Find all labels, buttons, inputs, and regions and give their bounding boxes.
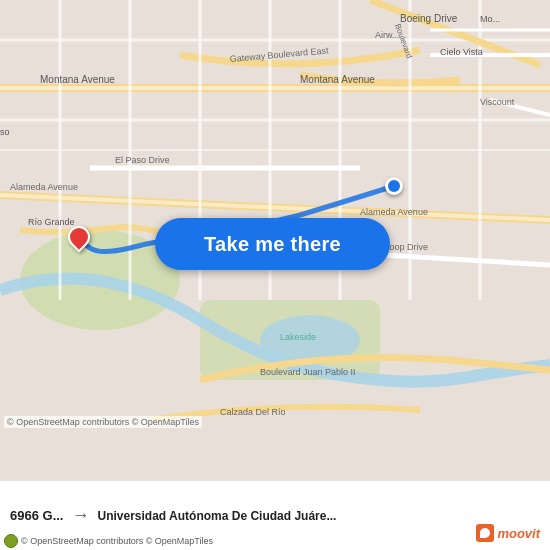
svg-text:El Paso Drive: El Paso Drive (115, 155, 170, 165)
take-me-there-label: Take me there (204, 233, 341, 256)
osm-attribution: © OpenStreetMap contributors © OpenMapTi… (4, 534, 213, 548)
origin-info: 6966 G... (10, 508, 63, 523)
destination-marker (385, 177, 403, 195)
moovit-brand-text: moovit (497, 526, 540, 541)
svg-text:Montana Avenue: Montana Avenue (300, 74, 375, 85)
osm-text: © OpenStreetMap contributors © OpenMapTi… (21, 536, 213, 546)
take-me-there-button[interactable]: Take me there (155, 218, 390, 270)
moovit-logo: moovit (476, 524, 540, 542)
svg-text:so: so (0, 127, 10, 137)
svg-text:Mo...: Mo... (480, 14, 500, 24)
svg-text:Montana Avenue: Montana Avenue (40, 74, 115, 85)
origin-marker (68, 226, 90, 248)
svg-text:Viscount: Viscount (480, 97, 515, 107)
direction-arrow: → (71, 505, 89, 526)
destination-label: Universidad Autónoma De Ciudad Juáre... (97, 509, 540, 523)
destination-info: Universidad Autónoma De Ciudad Juáre... (97, 509, 540, 523)
svg-text:Alameda Avenue: Alameda Avenue (360, 207, 428, 217)
svg-text:Alameda Avenue: Alameda Avenue (10, 182, 78, 192)
svg-text:Boulevard Juan Pablo II: Boulevard Juan Pablo II (260, 367, 356, 377)
map-attribution: © OpenStreetMap contributors © OpenMapTi… (4, 416, 202, 428)
map-container: Montana Avenue Montana Avenue Gateway Bo… (0, 0, 550, 480)
svg-text:Calzada Del Río: Calzada Del Río (220, 407, 286, 417)
osm-icon (4, 534, 18, 548)
svg-text:Cielo Vista: Cielo Vista (440, 47, 483, 57)
origin-label: 6966 G... (10, 508, 63, 523)
bottom-bar: 6966 G... → Universidad Autónoma De Ciud… (0, 480, 550, 550)
svg-text:Lakeside: Lakeside (280, 332, 316, 342)
moovit-icon (476, 524, 494, 542)
svg-text:Boeing Drive: Boeing Drive (400, 13, 458, 24)
